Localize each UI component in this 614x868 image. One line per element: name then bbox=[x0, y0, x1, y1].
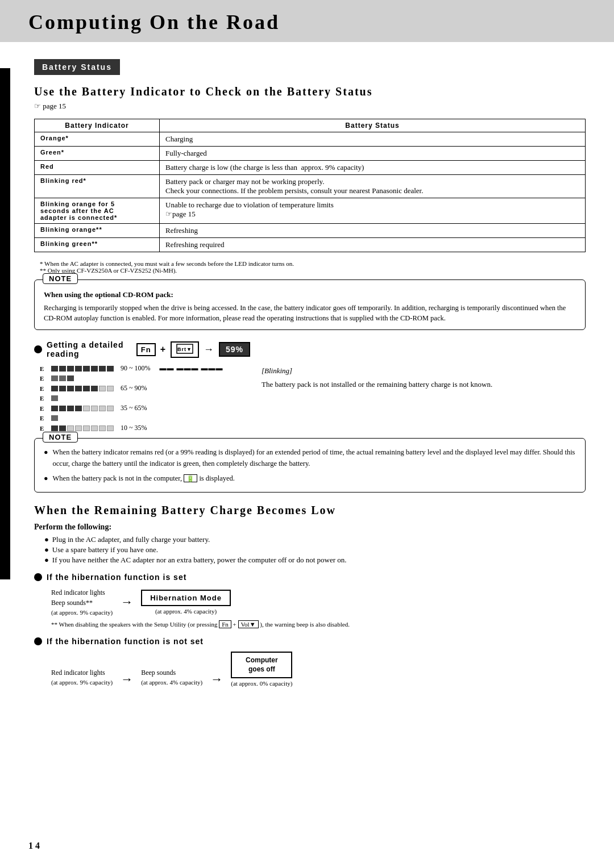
table-footnotes: * When the AC adapter is connected, you … bbox=[34, 260, 586, 274]
bar-row-e-line: E bbox=[40, 375, 250, 382]
battery-note-point1: ● When the battery indicator remains red… bbox=[44, 446, 576, 469]
computer-box-wrapper: Computer goes off (at approx. 0% capacit… bbox=[231, 652, 292, 687]
page: Computing On the Road Battery Status Use… bbox=[0, 0, 614, 868]
bar-label-65-90: 65 ~ 90% bbox=[121, 384, 147, 393]
hib-box: Hibernation Mode bbox=[141, 590, 231, 606]
bullet: ● bbox=[44, 545, 49, 554]
computer-box-line1: Computer bbox=[239, 656, 284, 665]
fn-icon: Brt▼ bbox=[171, 341, 199, 358]
no-hib-arrow-2: → bbox=[210, 672, 223, 687]
table-row: Blinking orange for 5seconds after the A… bbox=[35, 198, 586, 224]
table-col1-header: Battery Indicator bbox=[35, 119, 160, 132]
table-row: Red Battery charge is low (the charge is… bbox=[35, 161, 586, 175]
hib-at-approx-2: (at approx. 4% capacity) bbox=[141, 608, 231, 615]
status-red: Battery charge is low (the charge is les… bbox=[160, 161, 586, 175]
bar-row-90-100: E 90 ~ 100% ▬▬ bbox=[40, 364, 250, 373]
no-hib-beep-sounds: Beep sounds bbox=[141, 667, 202, 678]
hib-beep-sounds: Beep sounds** bbox=[51, 598, 113, 608]
reading-right: [Blinking] The battery pack is not insta… bbox=[262, 340, 586, 390]
reading-left: Getting a detailed reading Fn + Brt▼ → 5… bbox=[34, 340, 250, 432]
low-battery-section: When the Remaining Battery Charge Become… bbox=[34, 504, 586, 687]
note-box-battery-details: NOTE ● When the battery indicator remain… bbox=[34, 438, 586, 493]
not-installed-text: The battery pack is not installed or the… bbox=[262, 379, 586, 390]
no-hibernation-diagram: Red indicator lights (at approx. 9% capa… bbox=[51, 652, 586, 687]
perform-item-1: Plug in the AC adapter, and fully charge… bbox=[52, 535, 210, 544]
battery-note-point2: ● When the battery pack is not in the co… bbox=[44, 473, 576, 484]
fn-plus: + bbox=[160, 344, 166, 354]
bar-row-spacer: E bbox=[40, 395, 250, 402]
note-label-cdrom: NOTE bbox=[43, 273, 78, 284]
perform-item-3: If you have neither the AC adapter nor a… bbox=[52, 556, 347, 565]
perform-list: ● Plug in the AC adapter, and fully char… bbox=[34, 535, 586, 565]
page-ref-icon2: ☞ bbox=[165, 210, 172, 218]
bullet-dot-2: ● bbox=[44, 473, 48, 484]
page-title: Computing On the Road bbox=[28, 10, 586, 34]
hib-box-label: Hibernation Mode bbox=[150, 594, 222, 602]
low-battery-title: When the Remaining Battery Charge Become… bbox=[34, 504, 586, 517]
status-refreshing: Refreshing bbox=[160, 224, 586, 238]
battery-note-point1-text: When the battery indicator remains red (… bbox=[53, 446, 576, 469]
hib-at-approx-1: (at approx. 9% capacity) bbox=[51, 608, 113, 617]
no-hibernation-heading-text: If the hibernation function is not set bbox=[47, 637, 204, 646]
hibernation-set-heading-text: If the hibernation function is set bbox=[47, 573, 186, 582]
bullet-circle-reading bbox=[34, 345, 42, 353]
list-item: ● If you have neither the AC adapter nor… bbox=[44, 556, 586, 565]
no-hib-red-indicator: Red indicator lights bbox=[51, 667, 113, 678]
list-item: ● Plug in the AC adapter, and fully char… bbox=[44, 535, 586, 544]
indicator-blinking-green: Blinking green** bbox=[35, 238, 160, 252]
indicator-orange: Orange* bbox=[35, 132, 160, 147]
bullet: ● bbox=[44, 535, 49, 544]
status-blinking-orange-long: Unable to recharge due to violation of t… bbox=[160, 198, 586, 224]
left-bar bbox=[0, 68, 10, 579]
bar-row-35-65: E 35 ~ 65% bbox=[40, 404, 250, 412]
indicator-blinking-red: Blinking red* bbox=[35, 175, 160, 198]
status-blinking-red: Battery pack or charger may not be worki… bbox=[160, 175, 586, 198]
status-charging: Charging bbox=[160, 132, 586, 147]
blinking-label: [Blinking] bbox=[262, 366, 586, 375]
page-number: 1 4 bbox=[28, 841, 40, 851]
bar-row-spacer2: E bbox=[40, 415, 250, 422]
no-hib-text-lights: Red indicator lights (at approx. 9% capa… bbox=[51, 667, 113, 687]
no-hib-at-approx-3: (at approx. 0% capacity) bbox=[231, 680, 292, 687]
computer-box-line2: goes off bbox=[239, 665, 284, 674]
bullet-dot-1: ● bbox=[44, 446, 48, 458]
no-hib-at-approx-2: (at approx. 4% capacity) bbox=[141, 678, 202, 687]
table-row: Blinking green** Refreshing required bbox=[35, 238, 586, 252]
section-header-battery-status: Battery Status bbox=[34, 59, 120, 75]
battery-bars: E 90 ~ 100% ▬▬ bbox=[40, 364, 250, 432]
svg-text:Brt▼: Brt▼ bbox=[177, 347, 192, 352]
table-row: Orange* Charging bbox=[35, 132, 586, 147]
section-title-battery-indicator: Use the Battery Indicator to Check on th… bbox=[34, 85, 586, 98]
footnote-2: ** Only using CF-VZS250A or CF-VZS252 (N… bbox=[40, 267, 586, 274]
no-hibernation-section: If the hibernation function is not set R… bbox=[34, 637, 586, 687]
table-row: Blinking red* Battery pack or charger ma… bbox=[35, 175, 586, 198]
blinking-indicator: ▬▬ ▬▬▬ ▬▬▬ bbox=[160, 364, 223, 373]
status-fully-charged: Fully-charged bbox=[160, 147, 586, 161]
battery-icon: 🔋 bbox=[184, 474, 197, 482]
bar-row-10-35: E 10 ~ 35% bbox=[40, 424, 250, 432]
note-box-cdrom: NOTE When using the optional CD-ROM pack… bbox=[34, 279, 586, 330]
hib-arrow-1: → bbox=[121, 595, 133, 610]
perform-item-2: Use a spare battery if you have one. bbox=[52, 545, 158, 554]
note-text-cdrom: Recharging is temporarily stopped when t… bbox=[44, 303, 576, 324]
list-item: ● Use a spare battery if you have one. bbox=[44, 545, 586, 554]
hib-text-lights: Red indicator lights Beep sounds** (at a… bbox=[51, 587, 113, 617]
hibernation-set-heading: If the hibernation function is set bbox=[34, 573, 586, 582]
indicator-green: Green* bbox=[35, 147, 160, 161]
hib-box-wrapper: Hibernation Mode (at approx. 4% capacity… bbox=[141, 590, 231, 615]
reading-section: Getting a detailed reading Fn + Brt▼ → 5… bbox=[34, 340, 586, 432]
computer-box: Computer goes off bbox=[231, 652, 292, 679]
bullet-circle-no-hib bbox=[34, 637, 42, 645]
hib-red-indicator: Red indicator lights bbox=[51, 587, 113, 598]
perform-heading: Perform the following: bbox=[34, 523, 586, 532]
no-hibernation-heading: If the hibernation function is not set bbox=[34, 637, 586, 646]
bar-row-65-90: E 65 ~ 90% bbox=[40, 384, 250, 393]
fn-key: Fn bbox=[136, 343, 156, 356]
page-ref-text: page 15 bbox=[43, 102, 66, 110]
note-label-battery-details: NOTE bbox=[43, 432, 78, 443]
no-hib-at-approx-1: (at approx. 9% capacity) bbox=[51, 678, 113, 687]
note-title-cdrom: When using the optional CD-ROM pack: bbox=[44, 289, 576, 301]
footnote-1: * When the AC adapter is connected, you … bbox=[40, 260, 586, 267]
fn-key-small: Fn bbox=[219, 620, 231, 628]
indicator-blinking-orange: Blinking orange** bbox=[35, 224, 160, 238]
